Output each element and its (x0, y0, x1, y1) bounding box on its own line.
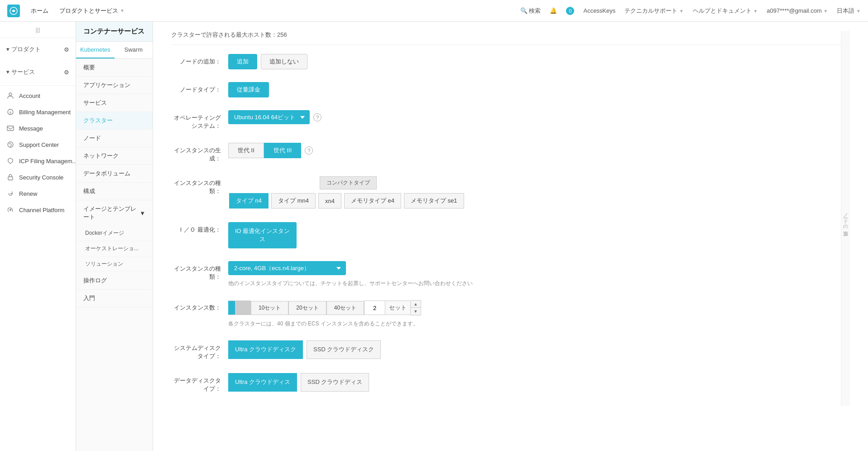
badge: 0 (566, 7, 574, 15)
os-label: オペレーティングシステム： (171, 110, 221, 130)
count-set3-button[interactable]: 40セット (326, 301, 364, 315)
icp-label: ICP Filing Managem... (19, 158, 76, 165)
type-xn4-button[interactable]: xn4 (318, 193, 341, 209)
logo[interactable] (7, 5, 20, 17)
instance-spec-controls: 2-core, 4GB（ecs.n4.large） 他のインスタンスタイプについ… (228, 261, 850, 287)
menu-service[interactable]: サービス (76, 94, 153, 112)
access-keys-link[interactable]: AccessKeys (583, 7, 615, 14)
renew-icon (6, 189, 14, 198)
menu-overview[interactable]: 概要 (76, 59, 153, 77)
svg-rect-7 (8, 177, 13, 180)
system-disk-label: システムディスクタイプ： (171, 340, 221, 360)
top-navigation: ホーム プロダクトとサービス ▼ 🔍 検索 🔔 0 AccessKeys テクニ… (0, 0, 868, 22)
menu-cluster[interactable]: クラスター (76, 112, 153, 130)
instance-type-controls: コンパクトタイプ タイプ n4 タイプ mn4 xn4 メモリタイプ e4 メモ… (228, 175, 850, 209)
node-add-controls: 追加 追加しない (228, 54, 850, 69)
gen3-button[interactable]: 世代 III (264, 143, 301, 158)
services-gear-icon[interactable]: ⚙ (64, 69, 69, 76)
products-gear-icon[interactable]: ⚙ (64, 46, 69, 53)
io-button[interactable]: IO 最適化インスタン ス (228, 222, 297, 248)
type-e4-button[interactable]: メモリタイプ e4 (344, 193, 401, 209)
type-mn4-button[interactable]: タイプ mn4 (271, 193, 316, 209)
services-section-header[interactable]: ▾ サービス ⚙ (0, 64, 76, 80)
vertical-label: ノードの追加 (840, 206, 851, 231)
menu-solution[interactable]: ソリューション (76, 257, 153, 272)
data-ultra-button[interactable]: Ultra クラウドディス (228, 373, 297, 391)
type-n4-button[interactable]: タイプ n4 (229, 193, 269, 209)
sidebar-item-support[interactable]: Support Center (0, 136, 76, 153)
generation-controls: 世代 II 世代 III ? (228, 143, 850, 158)
sidebar-item-account[interactable]: Account (0, 87, 76, 104)
system-ultra-button[interactable]: Ultra クラウドディスク (228, 340, 303, 359)
user-menu[interactable]: a097****@gmail.com ▼ (767, 7, 828, 14)
search-link[interactable]: 🔍 検索 (520, 7, 541, 15)
generation-label: インスタンスの生成： (171, 143, 221, 163)
menu-datavolume[interactable]: データボリューム (76, 165, 153, 183)
channel-label: Channel Platform (19, 207, 64, 213)
count-down-button[interactable]: ▼ (411, 308, 421, 315)
content-with-bar: クラスターで許容される最大ホスト数：256 ノードの追加： 追加 追加しない ノ… (171, 31, 850, 406)
gen-help-icon[interactable]: ? (305, 146, 313, 155)
instance-type-row: インスタンスの種類： コンパクトタイプ タイプ n4 タイプ mn4 (171, 175, 850, 209)
os-select[interactable]: Ubuntu 16.04 64ビット (228, 110, 310, 124)
icp-icon (6, 157, 14, 165)
sidebar-item-renew[interactable]: Renew (0, 185, 76, 202)
add-button[interactable]: 追加 (228, 54, 257, 69)
svg-text:$: $ (10, 111, 12, 115)
sidebar-item-icp[interactable]: ICP Filing Managem... (0, 153, 76, 169)
sidebar-item-message[interactable]: Message (0, 120, 76, 136)
menu-application[interactable]: アプリケーション (76, 77, 153, 94)
count-up-button[interactable]: ▲ (411, 301, 421, 308)
count-set1-button[interactable]: 10セット (251, 301, 288, 315)
menu-config[interactable]: 構成 (76, 183, 153, 200)
services-section: ▾ サービス ⚙ (0, 61, 76, 83)
language-selector[interactable]: 日本語 ▼ (837, 7, 861, 15)
sidebar-item-security[interactable]: Security Console (0, 169, 76, 185)
notification-icon[interactable]: 🔔 (550, 7, 557, 14)
sidebar-item-channel[interactable]: Channel Platform (0, 202, 76, 218)
node-add-row: ノードの追加： 追加 追加しない (171, 54, 850, 69)
menu-image-group[interactable]: イメージとテンプレート ▼ (76, 200, 153, 226)
system-ssd-button[interactable]: SSD クラウドディスク (307, 340, 381, 359)
instance-spec-row: インスタンスの種類： 2-core, 4GB（ecs.n4.large） 他のイ… (171, 261, 850, 287)
menu-orchestration[interactable]: オーケストレーショ... (76, 241, 153, 257)
home-link[interactable]: ホーム (31, 7, 48, 15)
os-help-icon[interactable]: ? (313, 113, 321, 121)
instance-spec-select[interactable]: 2-core, 4GB（ecs.n4.large） (228, 261, 346, 275)
divider (0, 85, 76, 86)
tab-swarm[interactable]: Swarm (115, 42, 153, 58)
menu-docker[interactable]: Dockerイメージ (76, 226, 153, 241)
sidebar-toggle[interactable]: ||| (0, 22, 76, 38)
compact-type-header: コンパクトタイプ (320, 176, 377, 189)
gen2-button[interactable]: 世代 II (228, 143, 264, 158)
instance-spec-label: インスタンスの種類： (171, 261, 221, 281)
billing-type-button[interactable]: 従量課金 (228, 82, 269, 97)
instance-spec-wrapper: 2-core, 4GB（ecs.n4.large） (228, 261, 850, 275)
node-type-label: ノードタイプ： (171, 82, 221, 94)
products-link[interactable]: プロダクトとサービス ▼ (59, 7, 125, 15)
no-add-button[interactable]: 追加しない (261, 54, 307, 69)
count-buttons-row: 10セット 20セット 40セット セット ▲ ▼ (228, 300, 421, 315)
help-link[interactable]: ヘルプとドキュメント ▼ (693, 7, 758, 15)
sidebar-item-billing[interactable]: $ Billing Management (0, 104, 76, 120)
count-input[interactable] (364, 302, 385, 314)
billing-icon: $ (6, 108, 14, 116)
support-link[interactable]: テクニカルサポート ▼ (624, 7, 684, 15)
menu-network[interactable]: ネットワーク (76, 147, 153, 165)
count-set2-button[interactable]: 20セット (288, 301, 326, 315)
tab-kubernetes[interactable]: Kubernetes (76, 42, 115, 58)
os-row: オペレーティングシステム： Ubuntu 16.04 64ビット ? (171, 110, 850, 130)
top-nav-right: 🔍 検索 🔔 0 AccessKeys テクニカルサポート ▼ ヘルプとドキュメ… (520, 7, 861, 15)
support-label: Support Center (19, 141, 59, 148)
node-add-label: ノードの追加： (171, 54, 221, 66)
menu-log[interactable]: 操作ログ (76, 272, 153, 290)
node-type-row: ノードタイプ： 従量課金 (171, 82, 850, 97)
sub-sidebar-header: コンテナーサービス (76, 22, 153, 42)
instance-spec-info: 他のインスタンスタイプについては、チケットを起票し、サポートセンターへお問い合わ… (228, 280, 850, 287)
data-ssd-button[interactable]: SSD クラウドディス (301, 373, 369, 391)
products-section-header[interactable]: ▾ プロダクト ⚙ (0, 42, 76, 57)
count-stepper: ▲ ▼ (411, 300, 421, 315)
menu-intro[interactable]: 入門 (76, 290, 153, 307)
menu-node[interactable]: ノード (76, 130, 153, 147)
type-se1-button[interactable]: メモリタイプ se1 (404, 193, 464, 209)
